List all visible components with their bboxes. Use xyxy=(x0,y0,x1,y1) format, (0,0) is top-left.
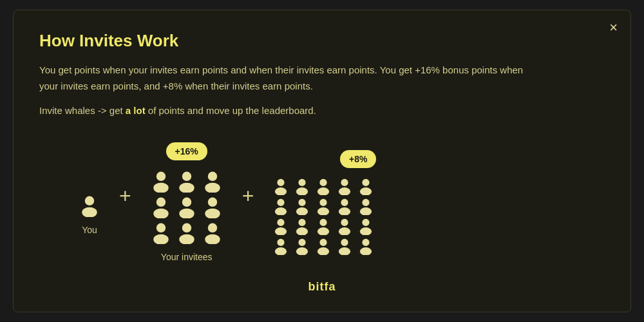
their-invitee-icon xyxy=(314,217,332,235)
their-invitee-icon xyxy=(272,217,290,235)
svg-point-24 xyxy=(320,178,327,185)
their-invitee-icon xyxy=(293,177,311,195)
invitee-icon xyxy=(149,221,173,244)
their-badge: +8% xyxy=(340,150,376,168)
svg-point-39 xyxy=(360,207,372,215)
svg-point-1 xyxy=(82,207,97,217)
invitee-icon xyxy=(201,221,224,244)
svg-point-35 xyxy=(317,207,329,215)
svg-point-57 xyxy=(339,247,350,255)
svg-point-10 xyxy=(182,198,191,207)
svg-point-7 xyxy=(205,183,220,193)
svg-point-32 xyxy=(299,198,306,205)
svg-point-31 xyxy=(275,207,287,215)
their-invitee-icon xyxy=(357,217,375,235)
svg-point-40 xyxy=(278,218,285,225)
svg-point-20 xyxy=(278,178,285,185)
their-invitee-icon xyxy=(272,237,290,255)
svg-point-36 xyxy=(341,198,348,205)
svg-point-8 xyxy=(156,198,165,207)
svg-point-26 xyxy=(341,178,348,185)
invitee-icon xyxy=(175,169,198,193)
invitee-icon xyxy=(149,195,173,218)
invitee-icon xyxy=(149,169,173,193)
svg-point-55 xyxy=(317,247,329,255)
plus-1: + xyxy=(119,184,131,208)
svg-point-28 xyxy=(363,178,370,185)
svg-point-0 xyxy=(85,196,94,205)
svg-point-34 xyxy=(320,198,327,205)
description-2: Invite whales -> get a lot of points and… xyxy=(39,103,605,119)
diagram: You + +16% Your invitees + xyxy=(39,142,605,262)
svg-point-12 xyxy=(207,198,216,207)
invitee-icon xyxy=(175,221,198,244)
their-invitee-icon xyxy=(336,177,354,195)
description-1: You get points when your invites earn po… xyxy=(39,62,529,95)
invitee-icon xyxy=(201,195,224,218)
their-invitee-icon xyxy=(357,237,375,255)
svg-point-58 xyxy=(363,238,370,245)
invitees-badge: +16% xyxy=(166,142,207,160)
svg-point-59 xyxy=(360,247,372,255)
plus-2: + xyxy=(242,184,254,208)
svg-point-27 xyxy=(339,187,350,195)
svg-point-29 xyxy=(360,187,372,195)
svg-point-22 xyxy=(299,178,306,185)
svg-point-56 xyxy=(341,238,348,245)
svg-point-41 xyxy=(275,227,287,235)
svg-point-19 xyxy=(205,234,220,244)
svg-point-25 xyxy=(317,187,329,195)
their-invitee-icon xyxy=(293,237,311,255)
svg-point-45 xyxy=(317,227,329,235)
invitees-group xyxy=(149,169,224,244)
their-invitee-icon xyxy=(314,197,332,215)
their-invitee-icon xyxy=(314,177,332,195)
svg-point-46 xyxy=(341,218,348,225)
invitees-section: +16% Your invitees xyxy=(149,142,224,262)
you-section: You xyxy=(78,169,101,235)
brand-footer: bitfa xyxy=(39,280,605,294)
svg-point-49 xyxy=(360,227,372,235)
modal-title: How Invites Work xyxy=(39,31,605,51)
svg-point-2 xyxy=(156,172,165,181)
svg-point-37 xyxy=(339,207,350,215)
svg-point-43 xyxy=(296,227,308,235)
svg-point-44 xyxy=(320,218,327,225)
svg-point-14 xyxy=(156,223,165,232)
svg-point-53 xyxy=(296,247,308,255)
their-invitee-icon xyxy=(272,197,290,215)
svg-point-23 xyxy=(296,187,308,195)
svg-point-11 xyxy=(179,209,194,218)
svg-point-4 xyxy=(182,172,191,181)
invitee-icon xyxy=(175,195,198,218)
their-invitee-icon xyxy=(293,217,311,235)
svg-point-13 xyxy=(205,209,220,218)
modal: × How Invites Work You get points when y… xyxy=(13,10,631,312)
their-invitees-group xyxy=(272,177,376,255)
their-invitees-section: +8% xyxy=(272,150,376,255)
svg-point-48 xyxy=(363,218,370,225)
svg-point-21 xyxy=(275,187,287,195)
svg-point-33 xyxy=(296,207,308,215)
their-invitee-icon xyxy=(336,197,354,215)
invitees-label: Your invitees xyxy=(161,252,213,262)
their-invitee-icon xyxy=(314,237,332,255)
close-button[interactable]: × xyxy=(609,21,618,35)
their-invitee-icon xyxy=(272,177,290,195)
svg-point-17 xyxy=(179,234,194,244)
svg-point-18 xyxy=(207,223,216,232)
their-invitee-icon xyxy=(336,237,354,255)
invitee-icon xyxy=(201,169,224,193)
svg-point-30 xyxy=(278,198,285,205)
their-invitee-icon xyxy=(336,217,354,235)
svg-point-38 xyxy=(363,198,370,205)
their-invitee-icon xyxy=(293,197,311,215)
svg-point-3 xyxy=(153,183,168,193)
svg-point-5 xyxy=(179,183,194,193)
you-label: You xyxy=(82,225,97,235)
svg-point-42 xyxy=(299,218,306,225)
you-icon xyxy=(78,194,101,217)
their-invitee-icon xyxy=(357,177,375,195)
svg-point-6 xyxy=(207,172,216,181)
svg-point-9 xyxy=(153,209,168,218)
